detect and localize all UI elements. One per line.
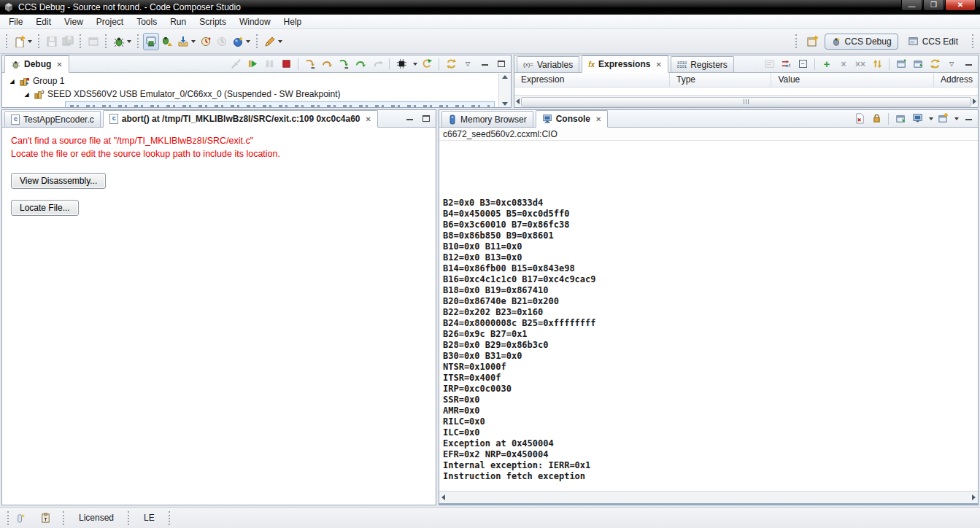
scroll-right-icon[interactable]	[973, 98, 976, 104]
scroll-down-icon[interactable]	[502, 102, 508, 106]
debug-tree-vertical-scrollbar[interactable]	[498, 74, 511, 107]
minimize-window-button[interactable]: —	[901, 0, 922, 11]
scroll-left-icon[interactable]	[441, 494, 445, 500]
perspective-ccs-debug-button[interactable]: CCS Debug	[825, 34, 898, 50]
scroll-up-icon[interactable]	[502, 75, 508, 79]
minimize-view-icon[interactable]	[477, 57, 492, 71]
close-tab-icon[interactable]: ✕	[366, 115, 371, 123]
pin-console-icon[interactable]	[893, 112, 908, 126]
restart-icon[interactable]	[420, 57, 434, 71]
minimize-view-icon[interactable]	[402, 112, 417, 126]
expanded-twisty-icon[interactable]: ◢	[8, 78, 16, 85]
menu-item[interactable]: Help	[277, 15, 309, 28]
step-into-icon[interactable]	[303, 57, 317, 71]
scroll-lock-icon[interactable]	[869, 112, 884, 126]
refresh-icon[interactable]	[444, 57, 458, 71]
column-header-value[interactable]: Value	[771, 73, 934, 87]
expanded-twisty-icon[interactable]: ◢	[23, 91, 31, 98]
show-type-names-icon[interactable]	[762, 57, 776, 71]
tree-row-target[interactable]: ◢ SEED XDS560V2 USB Emulator_0/C66xx_0 (…	[2, 88, 511, 101]
pin-view-icon[interactable]	[911, 57, 925, 71]
view-menu-icon[interactable]: ▽	[460, 57, 475, 71]
dropdown-caret-icon[interactable]	[954, 117, 959, 120]
tab-registers[interactable]: Registers	[671, 56, 734, 72]
load-program-button[interactable]	[175, 33, 198, 50]
tab-abort-exit-c[interactable]: abort() at /tmp/TI_MKLIBlwBz8I/SRC/exit.…	[103, 110, 378, 128]
maximize-view-icon[interactable]	[419, 112, 433, 126]
expressions-column-headers: Expression Type Value Address	[514, 73, 978, 88]
view-menu-icon[interactable]: ▽	[944, 57, 959, 71]
scroll-right-icon[interactable]	[972, 494, 976, 500]
expressions-horizontal-scrollbar[interactable]	[514, 95, 978, 107]
assembly-step-over-icon[interactable]	[353, 57, 368, 71]
scroll-left-icon[interactable]	[516, 98, 520, 104]
refresh-icon[interactable]	[927, 57, 942, 71]
add-expression-icon[interactable]: +	[819, 57, 834, 71]
assembly-step-into-icon[interactable]	[336, 57, 351, 71]
tab-console[interactable]: Console ✕	[536, 110, 609, 128]
menu-item[interactable]: Scripts	[193, 15, 233, 28]
disconnect-icon[interactable]	[228, 57, 243, 71]
tree-row-group[interactable]: ◢ Group 1	[2, 74, 511, 88]
maximize-view-icon[interactable]	[494, 57, 509, 71]
show-logical-structure-icon[interactable]: t	[779, 57, 793, 71]
close-tab-icon[interactable]: ✕	[56, 61, 62, 69]
reload-values-icon[interactable]	[870, 57, 884, 71]
console-horizontal-scrollbar[interactable]	[439, 491, 978, 503]
stack-frame-row-clipped[interactable]	[65, 101, 495, 108]
resume-icon[interactable]	[245, 57, 260, 71]
tab-variables[interactable]: Variables	[517, 56, 579, 72]
clear-console-icon[interactable]	[852, 112, 867, 126]
remove-expression-icon[interactable]: ×	[836, 57, 851, 71]
new-wizard-button[interactable]	[12, 33, 34, 50]
restore-window-button[interactable]: ❐	[923, 0, 944, 11]
menu-item[interactable]: File	[2, 15, 29, 28]
column-header-type[interactable]: Type	[670, 73, 771, 87]
display-console-icon[interactable]	[910, 112, 925, 126]
perspective-ccs-edit-button[interactable]: CCS Edit	[902, 34, 965, 50]
highlight-tool-button[interactable]	[230, 33, 252, 50]
save-all-button[interactable]	[60, 33, 76, 50]
minimize-view-icon[interactable]	[961, 112, 976, 126]
close-tab-icon[interactable]: ✕	[655, 61, 661, 69]
dropdown-caret-icon[interactable]	[929, 117, 933, 120]
open-console-icon[interactable]	[935, 112, 950, 126]
save-button[interactable]	[44, 33, 60, 50]
step-over-icon[interactable]	[320, 57, 334, 71]
remove-all-expressions-icon[interactable]: ××	[853, 57, 868, 71]
debug-step-launch-button[interactable]	[159, 33, 175, 50]
terminate-icon[interactable]	[279, 57, 293, 71]
close-tab-icon[interactable]: ✕	[595, 115, 601, 123]
profile-clock-disabled-button[interactable]	[214, 33, 230, 50]
menu-item[interactable]: Edit	[29, 15, 58, 28]
collapse-all-icon[interactable]: −	[795, 57, 810, 71]
scrollbar-thumb[interactable]	[521, 97, 971, 106]
open-console-toolbar-button[interactable]	[85, 33, 101, 50]
column-header-expression[interactable]: Expression	[514, 73, 670, 87]
open-perspective-button[interactable]	[805, 33, 821, 50]
menu-item[interactable]: View	[58, 15, 90, 28]
new-view-icon[interactable]	[894, 57, 908, 71]
column-header-address[interactable]: Address	[934, 73, 978, 87]
tab-testappencoder[interactable]: TestAppEncoder.c	[4, 111, 101, 127]
step-return-icon[interactable]	[370, 57, 385, 71]
dropdown-caret-icon[interactable]	[413, 63, 417, 66]
menu-item[interactable]: Project	[90, 15, 130, 28]
menu-item[interactable]: Run	[163, 15, 193, 28]
tab-memory-browser[interactable]: Memory Browser	[441, 111, 533, 127]
menu-item[interactable]: Window	[233, 15, 277, 28]
suspend-icon[interactable]	[262, 57, 277, 71]
minimize-view-icon[interactable]	[961, 57, 976, 71]
cpu-reset-icon[interactable]	[394, 57, 409, 71]
profile-clock-button[interactable]	[198, 33, 214, 50]
view-disassembly-button[interactable]: View Disassembly...	[11, 173, 106, 189]
close-window-button[interactable]: ✕	[945, 0, 976, 11]
locate-file-button[interactable]: Locate File...	[11, 200, 79, 216]
tab-debug[interactable]: Debug ✕	[4, 55, 69, 73]
tab-expressions[interactable]: Expressions ✕	[582, 55, 668, 73]
connect-target-button[interactable]	[143, 33, 159, 50]
debug-launch-button[interactable]	[111, 33, 134, 50]
pin-tool-button[interactable]	[262, 33, 285, 50]
menu-item[interactable]: Tools	[130, 15, 163, 28]
console-output[interactable]: B2=0x0 B3=0xc0833d4B4=0x450005 B5=0xc0d5…	[439, 141, 978, 505]
